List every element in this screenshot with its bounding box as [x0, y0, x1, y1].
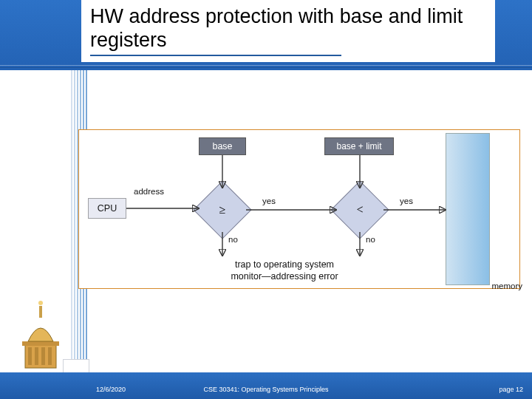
- svg-rect-12: [35, 347, 38, 365]
- register-base-label: base: [212, 141, 232, 151]
- register-base-limit-box: base + limit: [324, 137, 394, 155]
- comparator-ge: ≥: [193, 180, 251, 239]
- footer-course: CSE 30341: Operating Systems Principles: [203, 386, 328, 393]
- memory-label: memory: [491, 282, 522, 290]
- trap-line-2: monitor—addressing error: [196, 271, 373, 283]
- diagram-frame: base base + limit CPU memory ≥ < address…: [78, 129, 520, 289]
- svg-rect-9: [39, 306, 42, 318]
- svg-rect-8: [22, 341, 59, 346]
- edge-label-no-1: no: [228, 235, 238, 244]
- page-title: HW address protection with base and limi…: [90, 4, 486, 52]
- trap-text: trap to operating system monitor—address…: [196, 259, 373, 282]
- register-base-limit-label: base + limit: [336, 141, 381, 151]
- trap-line-1: trap to operating system: [196, 259, 373, 271]
- svg-rect-13: [41, 347, 45, 365]
- svg-point-10: [38, 301, 43, 305]
- op-lt-label: <: [340, 190, 380, 230]
- title-underline: [90, 55, 341, 56]
- title-block: HW address protection with base and limi…: [81, 0, 495, 62]
- svg-rect-14: [48, 347, 52, 365]
- cpu-box: CPU: [88, 198, 126, 219]
- cpu-label: CPU: [98, 203, 117, 214]
- svg-rect-11: [28, 347, 32, 365]
- memory-block: [446, 133, 490, 285]
- nd-dome-logo: [15, 293, 66, 374]
- footer-page: page 12: [499, 386, 523, 393]
- comparator-lt: <: [330, 180, 389, 239]
- edge-label-yes-1: yes: [262, 197, 276, 205]
- edge-label-no-2: no: [366, 235, 375, 244]
- register-base-box: base: [199, 137, 246, 155]
- svg-rect-7: [25, 344, 56, 368]
- edge-label-address: address: [134, 187, 164, 196]
- op-ge-label: ≥: [202, 190, 242, 230]
- footer-date: 12/6/2020: [96, 386, 126, 393]
- diagram: base base + limit CPU memory ≥ < address…: [79, 130, 519, 288]
- edge-label-yes-2: yes: [400, 197, 413, 205]
